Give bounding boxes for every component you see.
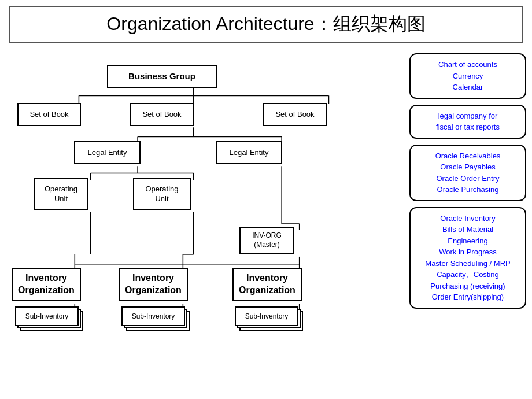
- set-of-book-2-node: Set of Book: [130, 103, 194, 126]
- legal-entity-1-node: Legal Entity: [74, 141, 141, 164]
- info-box-2: legal company for fiscal or tax reports: [409, 105, 526, 139]
- title-box: Organization Architecture：组织架构图: [9, 6, 523, 43]
- inv-org-2-node: Inventory Organization: [119, 268, 188, 301]
- sub-inv-2-label: Sub-Inventory: [132, 312, 175, 320]
- set-of-book-3-node: Set of Book: [263, 103, 327, 126]
- title-text: Organization Architecture：组织架构图: [106, 13, 425, 34]
- operating-unit-1-node: Operating Unit: [34, 178, 88, 210]
- info-box-4: Oracle Inventory Bills of Material Engin…: [409, 207, 526, 309]
- inv-org-3-node: Inventory Organization: [232, 268, 302, 301]
- info-panel: Chart of accounts Currency Calendar lega…: [405, 47, 526, 399]
- info-box-3: Oracle Receivables Oracle Payables Oracl…: [409, 145, 526, 201]
- sub-inv-3-label: Sub-Inventory: [245, 312, 289, 320]
- set-of-book-1-node: Set of Book: [17, 103, 81, 126]
- inv-org-master-node: INV-ORG (Master): [239, 227, 294, 254]
- inv-org-1-node: Inventory Organization: [12, 268, 81, 301]
- sub-inv-1-label: Sub-Inventory: [25, 312, 69, 320]
- business-group-node: Business Group: [107, 65, 217, 88]
- legal-entity-2-node: Legal Entity: [216, 141, 282, 164]
- operating-unit-2-node: Operating Unit: [133, 178, 191, 210]
- info-box-1: Chart of accounts Currency Calendar: [409, 53, 526, 99]
